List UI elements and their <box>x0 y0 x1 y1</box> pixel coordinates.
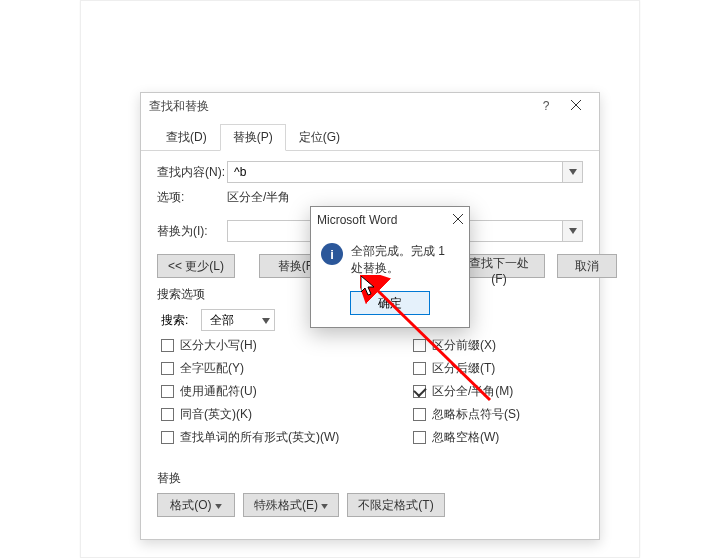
msgbox-title: Microsoft Word <box>317 213 453 227</box>
less-button[interactable]: << 更少(L) <box>157 254 235 278</box>
svg-marker-3 <box>569 228 577 234</box>
cancel-button[interactable]: 取消 <box>557 254 617 278</box>
replace-label: 替换为(I): <box>157 223 227 240</box>
check-label: 查找单词的所有形式(英文)(W) <box>180 429 339 446</box>
check-label: 区分全/半角(M) <box>432 383 513 400</box>
search-scope-value: 全部 <box>210 312 234 329</box>
check-match-case[interactable]: 区分大小写(H) <box>161 337 413 354</box>
checkbox-icon <box>413 408 426 421</box>
search-scope-select[interactable]: 全部 <box>201 309 275 331</box>
message-box: Microsoft Word i 全部完成。完成 1 处替换。 确定 <box>310 206 470 328</box>
chevron-down-icon <box>321 498 328 512</box>
svg-marker-6 <box>322 504 329 509</box>
check-label: 区分前缀(X) <box>432 337 496 354</box>
check-label: 全字匹配(Y) <box>180 360 244 377</box>
tab-find[interactable]: 查找(D) <box>153 124 220 151</box>
special-format-button[interactable]: 特殊格式(E) <box>243 493 339 517</box>
search-options: 搜索: 全部 区分大小写(H) 全字匹配(Y) 使用通配符(U) 同音(英文)(… <box>157 309 583 452</box>
find-label: 查找内容(N): <box>157 164 227 181</box>
checkbox-icon <box>161 385 174 398</box>
dialog-title: 查找和替换 <box>149 98 531 115</box>
svg-marker-2 <box>569 169 577 175</box>
svg-marker-4 <box>262 318 270 324</box>
svg-marker-5 <box>215 504 222 509</box>
find-input[interactable] <box>227 161 563 183</box>
checkbox-icon <box>161 362 174 375</box>
tab-goto[interactable]: 定位(G) <box>286 124 353 151</box>
checkbox-icon <box>161 408 174 421</box>
checkbox-icon <box>413 339 426 352</box>
checks-left-column: 区分大小写(H) 全字匹配(Y) 使用通配符(U) 同音(英文)(K) 查找单词… <box>161 337 413 452</box>
check-whole-word[interactable]: 全字匹配(Y) <box>161 360 413 377</box>
check-label: 使用通配符(U) <box>180 383 257 400</box>
dialog-titlebar: 查找和替换 ? <box>141 93 599 119</box>
check-label: 忽略空格(W) <box>432 429 499 446</box>
format-button[interactable]: 格式(O) <box>157 493 235 517</box>
check-sounds-like[interactable]: 同音(英文)(K) <box>161 406 413 423</box>
options-value: 区分全/半角 <box>227 189 290 206</box>
tab-replace[interactable]: 替换(P) <box>220 124 286 151</box>
check-label: 同音(英文)(K) <box>180 406 252 423</box>
check-suffix[interactable]: 区分后缀(T) <box>413 360 583 377</box>
checkbox-icon <box>413 362 426 375</box>
checkbox-icon <box>413 385 426 398</box>
tabs: 查找(D) 替换(P) 定位(G) <box>141 119 599 151</box>
check-label: 区分大小写(H) <box>180 337 257 354</box>
info-icon: i <box>321 243 343 265</box>
format-button-label: 格式(O) <box>170 498 211 512</box>
replace-section-label: 替换 <box>157 470 583 487</box>
checkbox-icon <box>413 431 426 444</box>
check-wildcards[interactable]: 使用通配符(U) <box>161 383 413 400</box>
replace-history-dropdown[interactable] <box>563 220 583 242</box>
msgbox-text: 全部完成。完成 1 处替换。 <box>351 243 459 277</box>
check-all-word-forms[interactable]: 查找单词的所有形式(英文)(W) <box>161 429 413 446</box>
close-button[interactable] <box>561 94 591 118</box>
msgbox-titlebar: Microsoft Word <box>311 207 469 233</box>
checks-right-column: 区分前缀(X) 区分后缀(T) 区分全/半角(M) 忽略标点符号(S) 忽略空格… <box>413 337 583 452</box>
check-ignore-space[interactable]: 忽略空格(W) <box>413 429 583 446</box>
help-button[interactable]: ? <box>531 94 561 118</box>
chevron-down-icon <box>262 313 270 327</box>
chevron-down-icon <box>215 498 222 512</box>
no-format-button[interactable]: 不限定格式(T) <box>347 493 444 517</box>
checkbox-icon <box>161 431 174 444</box>
find-history-dropdown[interactable] <box>563 161 583 183</box>
ok-button[interactable]: 确定 <box>350 291 430 315</box>
msgbox-close-button[interactable] <box>453 213 463 227</box>
search-scope-label: 搜索: <box>161 312 201 329</box>
special-format-label: 特殊格式(E) <box>254 498 318 512</box>
check-prefix[interactable]: 区分前缀(X) <box>413 337 583 354</box>
checkbox-icon <box>161 339 174 352</box>
check-ignore-punct[interactable]: 忽略标点符号(S) <box>413 406 583 423</box>
msgbox-body: i 全部完成。完成 1 处替换。 <box>311 233 469 283</box>
check-full-half-width[interactable]: 区分全/半角(M) <box>413 383 583 400</box>
options-label: 选项: <box>157 189 227 206</box>
check-label: 忽略标点符号(S) <box>432 406 520 423</box>
check-label: 区分后缀(T) <box>432 360 495 377</box>
